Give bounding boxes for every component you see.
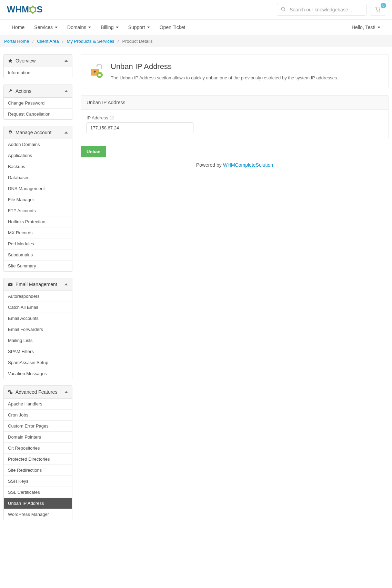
sidebar-item[interactable]: Vacation Messages [4,368,72,379]
hero-card: IP Unban IP Address The Unban IP Address… [81,54,389,88]
sidebar-item[interactable]: Backups [4,161,72,172]
panel-advanced: Advanced Features Apache HandlersCron Jo… [3,385,72,520]
cart-button[interactable]: 0 [371,4,385,16]
envelope-icon [8,282,13,287]
nav-billing[interactable]: Billing [96,20,123,35]
caret-down-icon [147,27,150,28]
sidebar-item[interactable]: Email Accounts [4,313,72,324]
sidebar-item[interactable]: DNS Management [4,183,72,194]
page-title: Unban IP Address [111,62,338,71]
wrench-icon [8,89,13,94]
svg-text:S: S [37,4,42,14]
svg-point-18 [11,392,12,393]
panel-email: Email Management AutorespondersCatch All… [3,278,72,379]
sidebar-item[interactable]: FTP Accounts [4,205,72,216]
sidebar-item[interactable]: Protected Directories [4,453,72,464]
sidebar-item[interactable]: Mailing Lists [4,335,72,346]
sidebar-item[interactable]: SSH Keys [4,476,72,487]
sidebar-item[interactable]: SPAM Filters [4,346,72,357]
sidebar-item[interactable]: SSL Certificates [4,487,72,498]
sidebar-item[interactable]: Change Password [4,98,72,108]
svg-point-2 [32,6,34,7]
star-icon [8,58,13,63]
svg-rect-21 [94,71,95,73]
form-card-title: Unban IP Address [81,96,388,110]
svg-text:WHM: WHM [7,4,29,14]
panel-manage: Manage Account Addon DomainsApplications… [3,126,72,272]
sidebar-item[interactable]: Information [4,67,72,78]
chevron-up-icon [64,131,68,134]
unban-button[interactable]: Unban [81,146,106,157]
sidebar-item[interactable]: SpamAssasin Setup [4,357,72,368]
svg-point-5 [32,12,34,14]
page-description: The Unban IP Address section allows to q… [111,75,338,80]
unban-ip-icon: IP [89,64,104,79]
sidebar-item[interactable]: Applications [4,150,72,161]
chevron-up-icon [64,90,68,92]
panel-actions: Actions Change PasswordRequest Cancellat… [3,85,72,120]
logo[interactable]: WHM S [7,3,62,17]
sidebar-item[interactable]: Site Summary [4,260,72,271]
sidebar-item[interactable]: Autoresponders [4,291,72,302]
sidebar-item[interactable]: Hotlinks Protection [4,216,72,227]
sidebar-item[interactable]: Custom Error Pages [4,420,72,431]
footer-link[interactable]: WHMCompleteSolution [223,162,273,168]
svg-point-7 [29,7,31,9]
help-icon[interactable]: ? [110,116,114,120]
sidebar-item[interactable]: Request Cancellation [4,108,72,119]
breadcrumb-client-area[interactable]: Client Area [37,39,59,44]
panel-head-overview[interactable]: Overview [4,55,72,67]
sidebar-item[interactable]: Email Forwarders [4,324,72,335]
sidebar-item[interactable]: Domain Pointers [4,431,72,442]
sidebar-item[interactable]: Databases [4,172,72,183]
sidebar-item[interactable]: Perl Modules [4,238,72,249]
cart-badge: 0 [381,3,386,8]
sidebar-item[interactable]: Unban IP Address [4,498,72,509]
sidebar-item[interactable]: WordPress Manager [4,509,72,520]
svg-point-12 [379,11,380,11]
panel-head-manage[interactable]: Manage Account [4,126,72,139]
ip-address-label: IP Address ? [87,115,383,120]
sidebar-item[interactable]: Addon Domains [4,139,72,150]
breadcrumb-current: Product Details [122,39,152,44]
sidebar-item[interactable]: Subdomains [4,249,72,260]
sidebar-item[interactable]: Cron Jobs [4,409,72,420]
nav-domains[interactable]: Domains [62,20,96,35]
panel-head-email[interactable]: Email Management [4,278,72,291]
sidebar-item[interactable]: Git Repositories [4,442,72,453]
search-icon [281,7,286,13]
panel-head-advanced[interactable]: Advanced Features [4,386,72,399]
caret-down-icon [116,27,119,28]
sidebar-item[interactable]: Site Redirections [4,464,72,476]
nav-support[interactable]: Support [123,20,155,35]
panel-head-actions[interactable]: Actions [4,85,72,98]
sidebar-item[interactable]: Apache Handlers [4,399,72,409]
ip-address-input[interactable] [87,122,193,133]
breadcrumb-portal-home[interactable]: Portal Home [4,39,29,44]
breadcrumb: Portal Home / Client Area / My Products … [0,35,392,47]
form-card: Unban IP Address IP Address ? [81,95,389,139]
nav-user-greeting[interactable]: Hello, Test! [347,20,385,35]
svg-line-10 [284,10,285,11]
panel-body-overview: Information [4,67,72,78]
chevron-up-icon [64,391,68,393]
svg-marker-13 [8,59,12,63]
caret-down-icon [88,27,91,28]
svg-point-1 [30,7,36,12]
sidebar-item[interactable]: MX Records [4,227,72,238]
svg-point-3 [35,7,37,9]
nav-services[interactable]: Services [29,20,62,35]
search-input[interactable] [277,4,366,16]
breadcrumb-my-products[interactable]: My Products & Services [67,39,114,44]
cart-icon [375,7,381,12]
sidebar-item[interactable]: Catch All Email [4,302,72,313]
sidebar-item[interactable]: File Manager [4,194,72,205]
gears-icon [8,390,13,394]
chevron-up-icon [64,283,68,285]
search-box [277,4,366,16]
nav-open-ticket[interactable]: Open Ticket [155,20,190,35]
panel-overview: Overview Information [3,54,72,78]
nav-home[interactable]: Home [7,20,29,35]
footer: Powered by WHMCompleteSolution [81,157,389,173]
gear-icon [8,130,13,135]
